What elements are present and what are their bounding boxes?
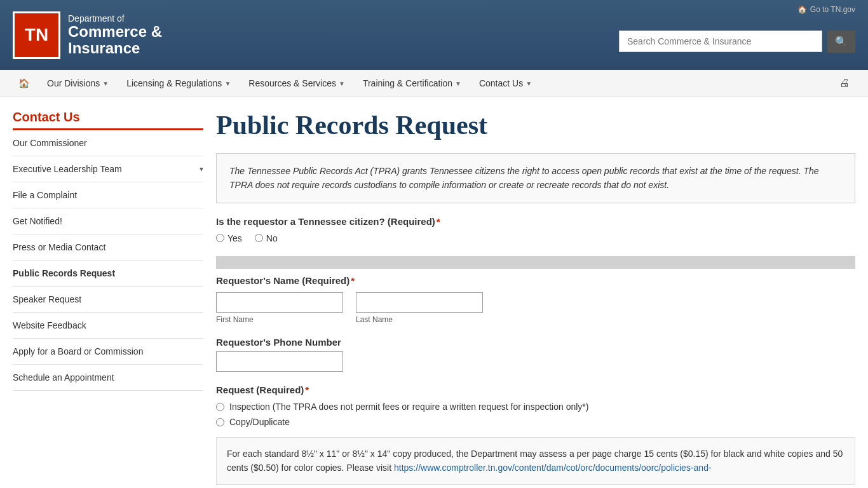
nav-our-divisions[interactable]: Our Divisions ▼	[38, 71, 118, 96]
phone-input[interactable]	[216, 351, 343, 372]
required-indicator: *	[305, 384, 309, 395]
nav-home[interactable]: 🏠	[10, 71, 38, 96]
phone-section: Requestor's Phone Number	[216, 337, 855, 372]
chevron-down-icon: ▼	[455, 80, 461, 87]
logo-area: TN Department of Commerce &Insurance	[13, 11, 162, 59]
nav-contact[interactable]: Contact Us ▼	[470, 71, 541, 96]
main-container: Contact Us Our Commissioner Executive Le…	[0, 97, 868, 488]
dept-name-label: Commerce &Insurance	[68, 24, 162, 57]
site-header: 🏠 Go to TN.gov TN Department of Commerce…	[0, 0, 868, 70]
name-section-label: Requestor's Name (Required)*	[216, 275, 855, 286]
request-section: Request (Required)* Inspection (The TPRA…	[216, 384, 855, 427]
home-nav-icon: 🏠	[18, 78, 29, 88]
first-name-input[interactable]	[216, 292, 343, 313]
chevron-down-icon: ▼	[102, 80, 109, 87]
yes-option[interactable]: Yes	[216, 233, 242, 243]
name-fields: First Name Last Name	[216, 292, 855, 324]
sidebar-item-press-media[interactable]: Press or Media Contact	[13, 234, 203, 261]
request-label: Request (Required)*	[216, 384, 855, 395]
home-icon: 🏠	[797, 5, 807, 14]
logo-text: Department of Commerce &Insurance	[68, 13, 162, 57]
sidebar-item-speaker-request[interactable]: Speaker Request	[13, 287, 203, 313]
top-nav-link[interactable]: 🏠 Go to TN.gov	[797, 5, 855, 14]
print-button[interactable]: 🖨	[831, 70, 858, 97]
sidebar-item-website-feedback[interactable]: Website Feedback	[13, 313, 203, 339]
name-section: Requestor's Name (Required)* First Name …	[216, 275, 855, 324]
copy-option[interactable]: Copy/Duplicate	[216, 417, 855, 427]
nav-resources[interactable]: Resources & Services ▼	[240, 71, 354, 96]
inspection-option[interactable]: Inspection (The TPRA does not permit fee…	[216, 402, 855, 412]
citizen-question-section: Is the requestor a Tennessee citizen? (R…	[216, 216, 855, 243]
required-indicator: *	[437, 216, 440, 227]
search-button[interactable]: 🔍	[827, 30, 855, 53]
copy-info-box: For each standard 8½" x 11" or 8½" x 14"…	[216, 437, 855, 485]
main-nav: 🏠 Our Divisions ▼ Licensing & Regulation…	[0, 70, 868, 97]
expand-icon: ▾	[200, 165, 203, 173]
sidebar-item-file-complaint[interactable]: File a Complaint	[13, 182, 203, 208]
yes-radio[interactable]	[216, 234, 224, 242]
chevron-down-icon: ▼	[526, 80, 532, 87]
copy-radio[interactable]	[216, 418, 224, 426]
search-input[interactable]	[619, 30, 822, 52]
sidebar-item-schedule-appointment[interactable]: Schedule an Appointment	[13, 365, 203, 391]
page-content: Public Records Request The Tennessee Pub…	[216, 110, 855, 485]
inspection-radio[interactable]	[216, 403, 224, 411]
sidebar-title: Contact Us	[13, 110, 203, 125]
sidebar-item-apply-board[interactable]: Apply for a Board or Commission	[13, 339, 203, 365]
first-name-field: First Name	[216, 292, 343, 324]
last-name-field: Last Name	[356, 292, 483, 324]
required-indicator: *	[351, 275, 355, 286]
no-option[interactable]: No	[255, 233, 278, 243]
nav-training[interactable]: Training & Certification ▼	[354, 71, 470, 96]
last-name-label: Last Name	[356, 315, 483, 324]
citizen-question-label: Is the requestor a Tennessee citizen? (R…	[216, 216, 855, 227]
sidebar-item-executive-leadership[interactable]: Executive Leadership Team ▾	[13, 156, 203, 182]
tn-logo: TN	[13, 11, 60, 59]
no-radio[interactable]	[255, 234, 263, 242]
sidebar-item-our-commissioner[interactable]: Our Commissioner	[13, 130, 203, 156]
dept-of-label: Department of	[68, 13, 162, 24]
chevron-down-icon: ▼	[339, 80, 345, 87]
nav-licensing[interactable]: Licensing & Regulations ▼	[118, 71, 240, 96]
go-to-tngov-link[interactable]: Go to TN.gov	[810, 5, 855, 14]
sidebar: Contact Us Our Commissioner Executive Le…	[13, 110, 203, 485]
sidebar-item-public-records[interactable]: Public Records Request	[13, 261, 203, 287]
citizen-radio-group: Yes No	[216, 233, 855, 243]
info-box: The Tennessee Public Records Act (TPRA) …	[216, 153, 855, 203]
comptroller-link[interactable]: https://www.comptroller.tn.gov/content/d…	[394, 463, 712, 473]
last-name-input[interactable]	[356, 292, 483, 313]
first-name-label: First Name	[216, 315, 343, 324]
sidebar-item-get-notified[interactable]: Get Notified!	[13, 208, 203, 234]
search-area: 🔍	[619, 30, 855, 53]
phone-label: Requestor's Phone Number	[216, 337, 855, 348]
chevron-down-icon: ▼	[224, 80, 231, 87]
section-divider-bar	[216, 256, 855, 269]
page-title: Public Records Request	[216, 110, 855, 140]
